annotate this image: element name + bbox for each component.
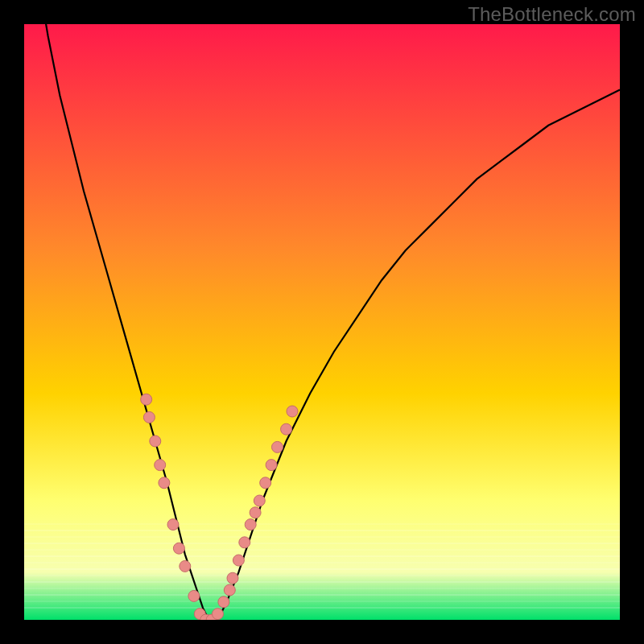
data-marker [173,543,184,554]
data-marker [159,477,170,489]
data-marker [287,406,298,417]
band-line [24,562,620,564]
watermark-text: TheBottleneck.com [468,3,636,26]
data-marker [227,572,238,584]
band-line [24,555,620,557]
data-marker [188,590,200,601]
data-marker [272,441,283,452]
band-line [24,549,620,551]
data-marker [254,495,265,506]
data-marker [167,519,179,530]
chart-plot-area [24,24,620,620]
data-marker [218,597,229,608]
band-line [24,601,620,602]
data-marker [143,411,155,423]
band-line [24,607,620,609]
data-marker [260,477,271,489]
data-marker [224,584,235,596]
data-marker [250,507,261,518]
chart-frame: TheBottleneck.com [0,0,644,644]
data-marker [281,423,292,435]
data-marker [141,394,152,405]
band-line [24,588,620,589]
data-marker [239,537,250,548]
band-line [24,523,620,525]
data-marker [266,460,277,471]
band-line [24,536,620,538]
band-line [24,575,620,576]
band-line [24,568,620,570]
data-marker [213,609,224,620]
band-line [24,530,620,531]
data-marker [233,555,244,566]
data-marker [180,560,191,572]
band-line [24,581,620,583]
data-marker [155,460,166,471]
band-line [24,594,620,596]
band-line [24,543,620,544]
chart-svg [24,24,620,620]
data-marker [245,519,256,530]
data-marker [150,436,161,447]
